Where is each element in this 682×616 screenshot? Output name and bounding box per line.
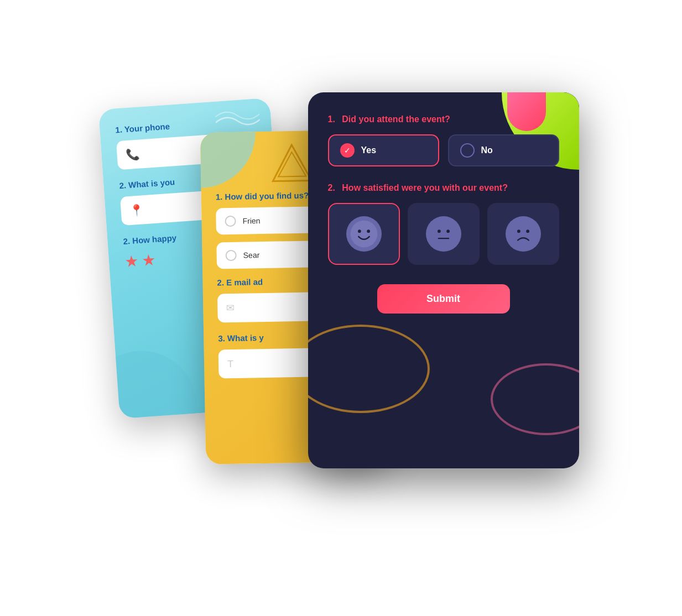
q1-number: 1.	[328, 114, 335, 124]
deco-pink-curve	[491, 363, 579, 435]
no-label: No	[481, 145, 493, 155]
location-icon: 📍	[129, 203, 144, 217]
submit-button[interactable]: Submit	[377, 284, 510, 314]
q2-text: How satisfied were you with our event?	[342, 183, 508, 192]
happy-face	[346, 216, 382, 252]
yes-button[interactable]: ✓ Yes	[328, 134, 439, 166]
svg-point-7	[446, 229, 450, 233]
deco-blue-corner	[200, 132, 256, 188]
emoji-neutral-option[interactable]	[408, 203, 480, 265]
svg-point-2	[350, 221, 377, 248]
radio-circle-1	[225, 216, 236, 227]
star-1[interactable]: ★	[123, 252, 138, 271]
svg-point-10	[526, 229, 529, 233]
card3-question1-label: 1. Did you attend the event?	[328, 114, 559, 124]
check-icon: ✓	[340, 143, 355, 158]
emoji-satisfaction-options	[328, 203, 559, 265]
card-3: 1. Did you attend the event? ✓ Yes No 2.…	[308, 92, 579, 468]
card2-option1-label: Frien	[242, 216, 260, 226]
main-scene: 1. Your phone 📞 2. What is you 📍 2. How …	[92, 59, 590, 557]
svg-point-5	[430, 221, 457, 248]
card2-option2-label: Sear	[243, 250, 259, 260]
deco-blob-1	[98, 347, 200, 419]
svg-point-6	[438, 229, 441, 233]
emoji-happy-option[interactable]	[328, 203, 400, 265]
no-button[interactable]: No	[448, 134, 559, 166]
envelope-icon: ✉	[226, 302, 235, 314]
q1-text: Did you attend the event?	[342, 114, 450, 124]
yes-no-options: ✓ Yes No	[328, 134, 559, 166]
empty-radio-circle	[460, 143, 475, 158]
phone-icon: 📞	[125, 148, 140, 162]
sad-face	[506, 216, 541, 252]
neutral-face	[426, 216, 461, 252]
q2-number: 2.	[328, 183, 335, 192]
svg-point-4	[367, 229, 370, 233]
svg-point-3	[358, 229, 361, 233]
text-icon: T	[227, 358, 233, 369]
deco-orange-curve	[308, 325, 430, 413]
svg-point-8	[509, 221, 537, 248]
card3-question2-label: 2. How satisfied were you with our event…	[328, 183, 559, 193]
radio-circle-2	[225, 250, 236, 261]
emoji-sad-option[interactable]	[487, 203, 559, 265]
triangle-decoration	[269, 142, 314, 186]
star-2[interactable]: ★	[140, 250, 155, 270]
yes-label: Yes	[361, 145, 377, 155]
svg-point-9	[517, 229, 520, 233]
